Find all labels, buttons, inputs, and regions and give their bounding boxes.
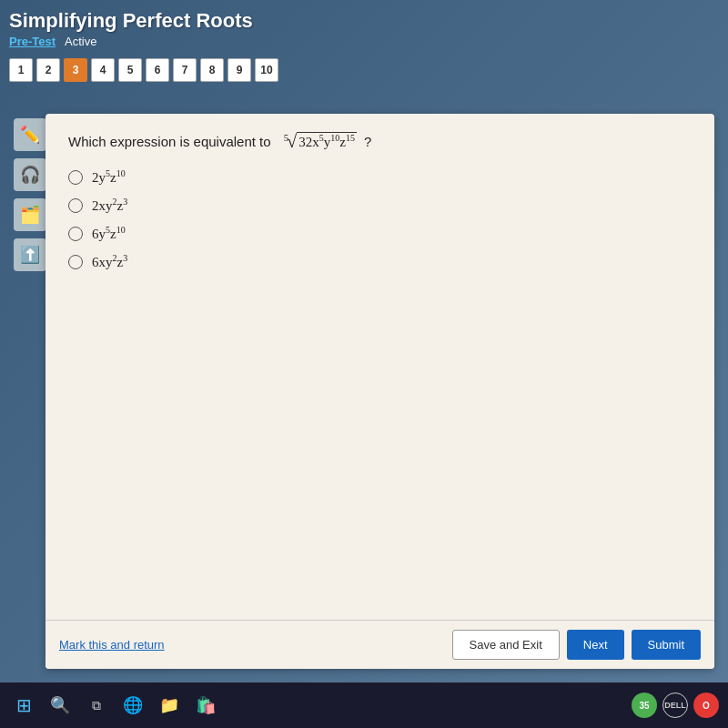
options-list: 2y5z10 2xy2z3 6y5z10 6xy2z3 bbox=[68, 168, 692, 270]
action-buttons: Save and Exit Next Submit bbox=[452, 630, 701, 660]
title-meta: Pre-Test Active bbox=[9, 35, 728, 48]
q-btn-5[interactable]: 5 bbox=[118, 58, 142, 82]
option-a-label: 2y5z10 bbox=[92, 168, 126, 186]
desktop: Simplifying Perfect Roots Pre-Test Activ… bbox=[0, 0, 728, 728]
edge-icon[interactable]: 🌐 bbox=[118, 691, 147, 720]
pre-test-link[interactable]: Pre-Test bbox=[9, 35, 56, 48]
question-prefix: Which expression is equivalent to bbox=[68, 134, 271, 149]
q-btn-10[interactable]: 10 bbox=[255, 58, 278, 82]
question-panel: Which expression is equivalent to 5 √ 32… bbox=[46, 114, 714, 669]
sidebar: ✏️ 🎧 🗂️ ⬆️ bbox=[14, 118, 46, 271]
question-mark: ? bbox=[360, 134, 372, 149]
question-text: Which expression is equivalent to 5 √ 32… bbox=[68, 132, 692, 150]
windows-start-icon[interactable]: ⊞ bbox=[9, 691, 38, 720]
store-icon[interactable]: 🛍️ bbox=[191, 691, 220, 720]
next-button[interactable]: Next bbox=[567, 630, 624, 660]
folder-icon[interactable]: 📁 bbox=[155, 691, 184, 720]
dell-icon: DELL bbox=[662, 693, 688, 718]
radio-b[interactable] bbox=[68, 198, 83, 213]
option-b[interactable]: 2xy2z3 bbox=[68, 197, 692, 214]
math-expression: 5 √ 32x5y10z15 bbox=[282, 132, 357, 150]
option-c[interactable]: 6y5z10 bbox=[68, 225, 692, 242]
question-nav: 1 2 3 4 5 6 7 8 9 10 bbox=[0, 53, 728, 87]
option-d[interactable]: 6xy2z3 bbox=[68, 253, 692, 270]
upload-icon[interactable]: ⬆️ bbox=[14, 238, 46, 271]
mark-return-link[interactable]: Mark this and return bbox=[59, 638, 165, 652]
title-area: Simplifying Perfect Roots Pre-Test Activ… bbox=[0, 0, 728, 53]
taskbar: ⊞ 🔍 ⧉ 🌐 📁 🛍️ 35 DELL O bbox=[0, 682, 728, 728]
q-btn-6[interactable]: 6 bbox=[146, 58, 169, 82]
radio-c[interactable] bbox=[68, 227, 83, 241]
q-btn-9[interactable]: 9 bbox=[228, 58, 251, 82]
option-d-label: 6xy2z3 bbox=[92, 253, 127, 270]
office-icon: O bbox=[693, 693, 719, 718]
calculator-icon[interactable]: 🗂️ bbox=[14, 198, 46, 231]
headphone-icon[interactable]: 🎧 bbox=[14, 158, 46, 191]
bottom-bar: Mark this and return Save and Exit Next … bbox=[46, 620, 714, 669]
radical-symbol: 5 √ 32x5y10z15 bbox=[284, 132, 357, 150]
radio-d[interactable] bbox=[68, 255, 83, 269]
taskbar-right: 35 DELL O bbox=[632, 693, 719, 718]
battery-indicator: 35 bbox=[632, 693, 657, 718]
option-b-label: 2xy2z3 bbox=[92, 197, 127, 214]
q-btn-3[interactable]: 3 bbox=[64, 58, 87, 82]
save-exit-button[interactable]: Save and Exit bbox=[452, 630, 560, 660]
option-c-label: 6y5z10 bbox=[92, 225, 126, 242]
option-a[interactable]: 2y5z10 bbox=[68, 168, 692, 186]
radio-a[interactable] bbox=[68, 170, 83, 185]
radical-index: 5 bbox=[284, 132, 289, 143]
active-status: Active bbox=[65, 35, 96, 48]
page-title: Simplifying Perfect Roots bbox=[9, 9, 728, 33]
q-btn-1[interactable]: 1 bbox=[9, 58, 33, 82]
submit-button[interactable]: Submit bbox=[632, 630, 701, 660]
search-taskbar-icon[interactable]: 🔍 bbox=[46, 691, 75, 720]
taskview-icon[interactable]: ⧉ bbox=[82, 691, 111, 720]
q-btn-7[interactable]: 7 bbox=[173, 58, 197, 82]
q-btn-2[interactable]: 2 bbox=[36, 58, 60, 82]
pencil-icon[interactable]: ✏️ bbox=[14, 118, 46, 151]
q-btn-4[interactable]: 4 bbox=[91, 58, 115, 82]
radical-content: 32x5y10z15 bbox=[297, 132, 357, 150]
q-btn-8[interactable]: 8 bbox=[200, 58, 224, 82]
question-content: Which expression is equivalent to 5 √ 32… bbox=[46, 114, 714, 620]
